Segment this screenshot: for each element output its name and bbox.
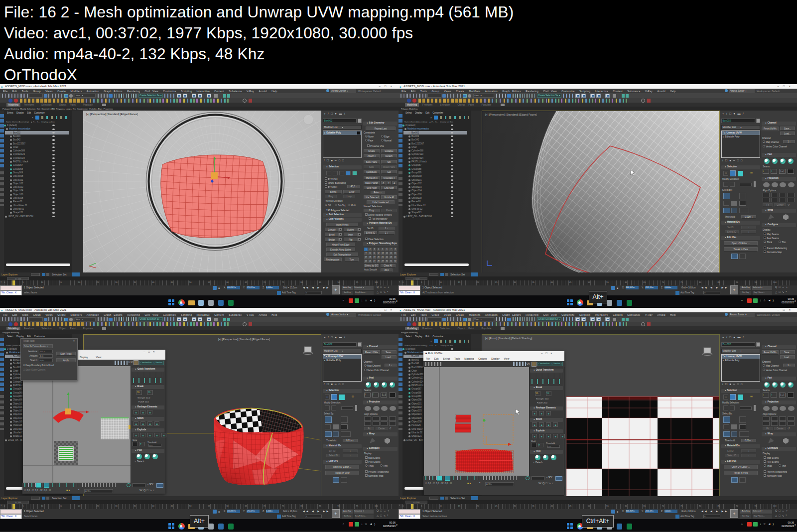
svg-text:[+] [Front] [Standard] [Defaul: [+] [Front] [Standard] [Default Shading] [485,337,532,340]
svg-text:[+] [Perspective] [Standard] [: [+] [Perspective] [Standard] [Edged Face… [485,113,537,116]
svg-text:[+] [Perspective] [Standard] [: [+] [Perspective] [Standard] [Edged Face… [218,338,270,341]
svg-text:[+] [Perspective] [Standard] [: [+] [Perspective] [Standard] [Edged Face… [86,113,138,116]
